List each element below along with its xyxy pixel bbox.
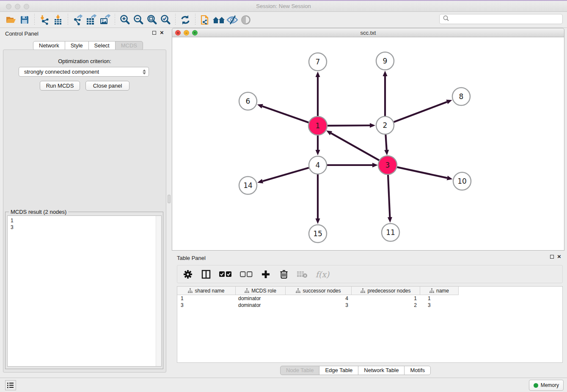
network-from-file-icon[interactable] [198, 14, 212, 26]
tab-mcds[interactable]: MCDS [115, 41, 143, 50]
table-cell[interactable]: 1 [352, 295, 420, 302]
import-table-icon[interactable] [51, 14, 65, 26]
delete-column-trash-icon[interactable] [278, 269, 289, 280]
network-canvas[interactable]: 7968124314101511 [172, 37, 564, 251]
tab-style[interactable]: Style [65, 41, 89, 50]
table-row[interactable]: 3dominator323 [177, 302, 562, 309]
graph-edge-2-8[interactable] [394, 102, 447, 122]
graph-edge-3-11[interactable] [388, 174, 390, 217]
zoom-selected-icon[interactable] [159, 14, 172, 26]
graph-edge-4-14[interactable] [263, 168, 309, 181]
table-cell[interactable]: dominator [236, 295, 286, 302]
control-panel-title: Control Panel [5, 30, 39, 37]
table-panel-close-icon[interactable]: × [557, 254, 561, 259]
tab-edge-table[interactable]: Edge Table [319, 366, 358, 375]
show-view-icon[interactable] [239, 14, 253, 26]
vertical-splitter-grip[interactable] [168, 195, 171, 203]
main-toolbar [0, 12, 567, 28]
zoom-network-icon[interactable]: + [192, 30, 198, 36]
column-header-predecessor-nodes[interactable]: predecessor nodes [352, 287, 420, 295]
graph-edge-arrow [388, 217, 392, 223]
zoom-out-icon[interactable] [132, 14, 145, 26]
table-cell[interactable]: 1 [177, 295, 236, 302]
table-toolbar: f(x) [177, 265, 563, 283]
refresh-layout-icon[interactable] [179, 14, 192, 26]
graph-edge-arrow [370, 123, 375, 128]
optimization-criterion-select[interactable]: strongly connected component [19, 67, 149, 77]
table-cell[interactable]: 4 [286, 295, 352, 302]
minimize-window-icon[interactable] [15, 4, 20, 9]
column-type-icon [429, 288, 434, 293]
network-graph: 7968124314101511 [172, 37, 564, 250]
graph-edge-arrow [372, 163, 378, 168]
hide-view-icon[interactable] [226, 14, 239, 26]
search-icon [442, 14, 450, 24]
table-panel-tabs: Node TableEdge TableNetwork TableMotifs [280, 366, 431, 375]
column-header-shared-name[interactable]: shared name [177, 287, 236, 295]
control-panel-float-icon[interactable] [152, 31, 156, 35]
tab-network[interactable]: Network [33, 41, 65, 50]
graph-edge-3-1[interactable] [331, 133, 379, 161]
tab-node-table[interactable]: Node Table [280, 366, 320, 375]
close-window-icon[interactable] [6, 4, 11, 9]
zoom-in-icon[interactable] [118, 14, 132, 26]
delete-table-icon[interactable] [297, 269, 308, 280]
result-scrollbar[interactable] [156, 216, 161, 366]
graph-edge-arrow [383, 71, 388, 76]
toolbar-separator [115, 14, 115, 26]
run-mcds-button[interactable]: Run MCDS [40, 81, 80, 91]
graph-edge-1-2[interactable] [327, 125, 370, 126]
function-builder-icon[interactable]: f(x) [315, 269, 330, 280]
home-icon[interactable] [212, 14, 226, 26]
task-history-list-icon[interactable] [5, 380, 16, 390]
import-network-icon[interactable] [38, 14, 51, 26]
column-type-icon [296, 288, 300, 293]
close-network-icon[interactable]: × [175, 30, 181, 36]
graph-edge-2-3[interactable] [385, 135, 386, 150]
network-window-controls: × − + [175, 30, 198, 36]
export-image-icon[interactable] [98, 14, 112, 26]
close-panel-button[interactable]: Close panel [85, 81, 129, 91]
minimize-network-icon[interactable]: − [184, 30, 189, 36]
zoom-fit-icon[interactable] [145, 14, 159, 26]
memory-button[interactable]: Memory [529, 380, 564, 391]
table-cell[interactable]: 3 [177, 302, 236, 309]
select-all-columns-icon[interactable] [219, 269, 232, 280]
table-cell[interactable]: 3 [286, 302, 352, 309]
maximize-window-icon[interactable] [24, 4, 29, 9]
graph-edge-3-10[interactable] [397, 167, 447, 178]
graph-edge-1-6[interactable] [262, 106, 309, 123]
unselect-all-columns-icon[interactable] [239, 269, 253, 280]
mcds-result-textarea[interactable]: 1 3 [7, 215, 162, 367]
toolbar-separator [195, 14, 195, 26]
export-network-icon[interactable] [71, 14, 85, 26]
table-cell[interactable]: 2 [352, 302, 420, 309]
table-cell[interactable]: 3 [420, 302, 459, 309]
graph-node-label: 10 [457, 177, 467, 185]
tab-select[interactable]: Select [88, 41, 116, 50]
create-column-plus-icon[interactable] [260, 269, 271, 280]
column-header-name[interactable]: name [420, 287, 459, 295]
control-panel-header: Control Panel [0, 28, 169, 40]
table-cell[interactable]: dominator [236, 302, 286, 309]
open-session-icon[interactable] [4, 14, 18, 26]
table-panel-tabs-bar: Node TableEdge TableNetwork TableMotifs [0, 366, 567, 375]
tab-network-table[interactable]: Network Table [358, 366, 405, 375]
column-header-successor-nodes[interactable]: successor nodes [286, 287, 352, 295]
column-header-MCDS-role[interactable]: MCDS role [236, 287, 286, 295]
graph-edge-arrow [384, 150, 389, 155]
table-settings-gear-icon[interactable] [182, 269, 193, 280]
save-session-icon[interactable] [18, 14, 31, 26]
graph-node-label: 7 [316, 58, 320, 66]
table-cell[interactable]: 1 [420, 295, 459, 302]
graph-edge-arrow [446, 100, 452, 104]
tab-motifs[interactable]: Motifs [404, 366, 431, 375]
search-input[interactable] [450, 15, 562, 23]
table-panel-float-icon[interactable] [550, 255, 554, 259]
graph-node-label: 4 [316, 161, 320, 169]
table-row[interactable]: 1dominator411 [177, 295, 562, 302]
show-column-panel-icon[interactable] [201, 269, 212, 280]
mcds-result-group: MCDS result (2 nodes) 1 3 [5, 212, 163, 369]
export-table-icon[interactable] [85, 14, 98, 26]
control-panel-close-icon[interactable]: × [160, 30, 164, 35]
